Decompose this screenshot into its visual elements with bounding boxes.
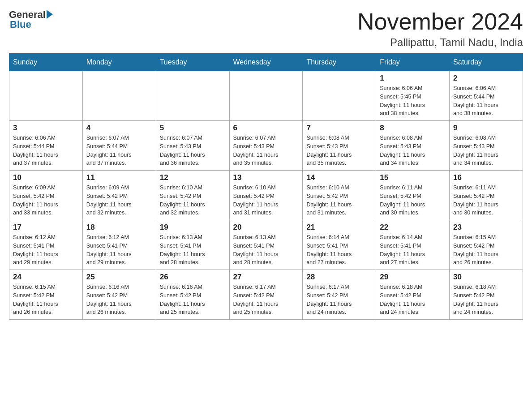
day-info: Sunrise: 6:10 AM Sunset: 5:42 PM Dayligh… <box>160 184 226 217</box>
calendar-cell: 18Sunrise: 6:12 AM Sunset: 5:41 PM Dayli… <box>82 220 156 270</box>
calendar-cell: 14Sunrise: 6:10 AM Sunset: 5:42 PM Dayli… <box>303 171 376 220</box>
day-number: 21 <box>306 223 372 232</box>
day-info: Sunrise: 6:10 AM Sunset: 5:42 PM Dayligh… <box>233 184 299 217</box>
day-number: 25 <box>86 273 152 282</box>
day-info: Sunrise: 6:10 AM Sunset: 5:42 PM Dayligh… <box>306 184 372 217</box>
day-info: Sunrise: 6:09 AM Sunset: 5:42 PM Dayligh… <box>86 184 152 217</box>
calendar-cell: 2Sunrise: 6:06 AM Sunset: 5:44 PM Daylig… <box>450 71 523 121</box>
calendar-cell <box>156 71 229 121</box>
day-number: 27 <box>233 273 299 282</box>
calendar-cell: 4Sunrise: 6:07 AM Sunset: 5:44 PM Daylig… <box>82 121 156 171</box>
day-number: 11 <box>86 173 152 182</box>
day-info: Sunrise: 6:16 AM Sunset: 5:42 PM Dayligh… <box>86 283 152 317</box>
weekday-header-sunday: Sunday <box>9 54 83 71</box>
weekday-header-saturday: Saturday <box>450 54 523 71</box>
day-number: 9 <box>453 124 519 133</box>
day-info: Sunrise: 6:17 AM Sunset: 5:42 PM Dayligh… <box>233 283 299 317</box>
day-info: Sunrise: 6:14 AM Sunset: 5:41 PM Dayligh… <box>380 233 446 267</box>
weekday-header-row: SundayMondayTuesdayWednesdayThursdayFrid… <box>9 54 523 71</box>
title-section: November 2024 Pallipattu, Tamil Nadu, In… <box>357 9 523 49</box>
calendar-cell: 22Sunrise: 6:14 AM Sunset: 5:41 PM Dayli… <box>376 220 450 270</box>
day-number: 19 <box>160 223 226 232</box>
day-number: 5 <box>160 124 226 133</box>
day-info: Sunrise: 6:15 AM Sunset: 5:42 PM Dayligh… <box>13 283 79 317</box>
logo-triangle-icon <box>47 10 53 19</box>
calendar-cell: 3Sunrise: 6:06 AM Sunset: 5:44 PM Daylig… <box>9 121 83 171</box>
calendar-cell: 15Sunrise: 6:11 AM Sunset: 5:42 PM Dayli… <box>376 171 450 220</box>
day-number: 7 <box>306 124 372 133</box>
day-number: 8 <box>380 124 446 133</box>
day-info: Sunrise: 6:14 AM Sunset: 5:41 PM Dayligh… <box>306 233 372 267</box>
calendar-cell: 23Sunrise: 6:15 AM Sunset: 5:42 PM Dayli… <box>450 220 523 270</box>
calendar-cell: 9Sunrise: 6:08 AM Sunset: 5:43 PM Daylig… <box>450 121 523 171</box>
calendar-cell: 1Sunrise: 6:06 AM Sunset: 5:45 PM Daylig… <box>376 71 450 121</box>
day-number: 2 <box>453 74 519 83</box>
week-row-4: 17Sunrise: 6:12 AM Sunset: 5:41 PM Dayli… <box>9 220 523 270</box>
day-info: Sunrise: 6:06 AM Sunset: 5:44 PM Dayligh… <box>13 134 79 167</box>
weekday-header-thursday: Thursday <box>303 54 376 71</box>
day-number: 26 <box>160 273 226 282</box>
day-info: Sunrise: 6:08 AM Sunset: 5:43 PM Dayligh… <box>306 134 372 167</box>
weekday-header-tuesday: Tuesday <box>156 54 229 71</box>
calendar-table: SundayMondayTuesdayWednesdayThursdayFrid… <box>9 53 523 320</box>
calendar-cell: 11Sunrise: 6:09 AM Sunset: 5:42 PM Dayli… <box>82 171 156 220</box>
calendar-cell: 8Sunrise: 6:08 AM Sunset: 5:43 PM Daylig… <box>376 121 450 171</box>
week-row-1: 1Sunrise: 6:06 AM Sunset: 5:45 PM Daylig… <box>9 71 523 121</box>
calendar-cell: 25Sunrise: 6:16 AM Sunset: 5:42 PM Dayli… <box>82 270 156 320</box>
week-row-5: 24Sunrise: 6:15 AM Sunset: 5:42 PM Dayli… <box>9 270 523 320</box>
day-number: 22 <box>380 223 446 232</box>
day-number: 12 <box>160 173 226 182</box>
day-info: Sunrise: 6:12 AM Sunset: 5:41 PM Dayligh… <box>13 233 79 267</box>
calendar-cell <box>82 71 156 121</box>
day-number: 23 <box>453 223 519 232</box>
day-info: Sunrise: 6:09 AM Sunset: 5:42 PM Dayligh… <box>13 184 79 217</box>
calendar-cell: 30Sunrise: 6:18 AM Sunset: 5:42 PM Dayli… <box>450 270 523 320</box>
day-info: Sunrise: 6:08 AM Sunset: 5:43 PM Dayligh… <box>380 134 446 167</box>
calendar-cell <box>303 71 376 121</box>
week-row-2: 3Sunrise: 6:06 AM Sunset: 5:44 PM Daylig… <box>9 121 523 171</box>
calendar-cell: 6Sunrise: 6:07 AM Sunset: 5:43 PM Daylig… <box>229 121 303 171</box>
calendar-cell: 20Sunrise: 6:13 AM Sunset: 5:41 PM Dayli… <box>229 220 303 270</box>
day-number: 17 <box>13 223 79 232</box>
day-info: Sunrise: 6:18 AM Sunset: 5:42 PM Dayligh… <box>380 283 446 317</box>
calendar-cell: 16Sunrise: 6:11 AM Sunset: 5:42 PM Dayli… <box>450 171 523 220</box>
day-number: 10 <box>13 173 79 182</box>
day-number: 24 <box>13 273 79 282</box>
day-info: Sunrise: 6:07 AM Sunset: 5:44 PM Dayligh… <box>86 134 152 167</box>
day-number: 3 <box>13 124 79 133</box>
day-info: Sunrise: 6:11 AM Sunset: 5:42 PM Dayligh… <box>453 184 519 217</box>
calendar-cell: 29Sunrise: 6:18 AM Sunset: 5:42 PM Dayli… <box>376 270 450 320</box>
day-info: Sunrise: 6:08 AM Sunset: 5:43 PM Dayligh… <box>453 134 519 167</box>
day-number: 16 <box>453 173 519 182</box>
day-number: 6 <box>233 124 299 133</box>
calendar-cell <box>9 71 83 121</box>
calendar-cell: 12Sunrise: 6:10 AM Sunset: 5:42 PM Dayli… <box>156 171 229 220</box>
month-title: November 2024 <box>357 9 523 34</box>
day-info: Sunrise: 6:07 AM Sunset: 5:43 PM Dayligh… <box>233 134 299 167</box>
day-info: Sunrise: 6:15 AM Sunset: 5:42 PM Dayligh… <box>453 233 519 267</box>
day-number: 1 <box>380 74 446 83</box>
weekday-header-monday: Monday <box>82 54 156 71</box>
day-number: 18 <box>86 223 152 232</box>
day-number: 13 <box>233 173 299 182</box>
day-info: Sunrise: 6:13 AM Sunset: 5:41 PM Dayligh… <box>160 233 226 267</box>
day-info: Sunrise: 6:13 AM Sunset: 5:41 PM Dayligh… <box>233 233 299 267</box>
day-info: Sunrise: 6:16 AM Sunset: 5:42 PM Dayligh… <box>160 283 226 317</box>
page-header: General Blue November 2024 Pallipattu, T… <box>9 9 523 49</box>
day-number: 14 <box>306 173 372 182</box>
calendar-cell: 21Sunrise: 6:14 AM Sunset: 5:41 PM Dayli… <box>303 220 376 270</box>
day-number: 20 <box>233 223 299 232</box>
calendar-cell: 17Sunrise: 6:12 AM Sunset: 5:41 PM Dayli… <box>9 220 83 270</box>
day-info: Sunrise: 6:07 AM Sunset: 5:43 PM Dayligh… <box>160 134 226 167</box>
location-title: Pallipattu, Tamil Nadu, India <box>357 36 523 49</box>
calendar-cell: 5Sunrise: 6:07 AM Sunset: 5:43 PM Daylig… <box>156 121 229 171</box>
calendar-cell: 27Sunrise: 6:17 AM Sunset: 5:42 PM Dayli… <box>229 270 303 320</box>
day-number: 30 <box>453 273 519 282</box>
day-number: 29 <box>380 273 446 282</box>
calendar-cell: 19Sunrise: 6:13 AM Sunset: 5:41 PM Dayli… <box>156 220 229 270</box>
weekday-header-friday: Friday <box>376 54 450 71</box>
logo-blue-text: Blue <box>10 19 31 30</box>
day-info: Sunrise: 6:17 AM Sunset: 5:42 PM Dayligh… <box>306 283 372 317</box>
weekday-header-wednesday: Wednesday <box>229 54 303 71</box>
calendar-cell: 13Sunrise: 6:10 AM Sunset: 5:42 PM Dayli… <box>229 171 303 220</box>
